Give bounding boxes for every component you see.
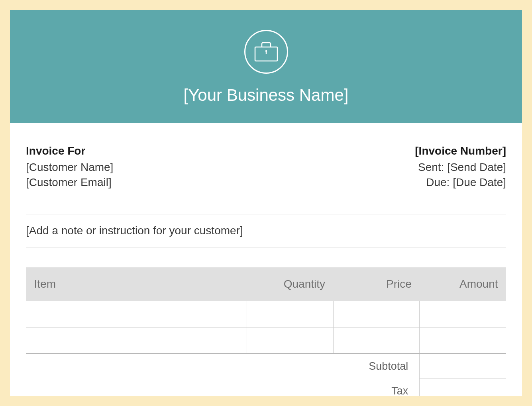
- cell-quantity[interactable]: [247, 327, 333, 353]
- invoice-info-section: Invoice For [Customer Name] [Customer Em…: [10, 123, 522, 200]
- header-price: Price: [333, 267, 420, 301]
- customer-name-field[interactable]: [Customer Name]: [26, 160, 113, 175]
- sent-date-row: Sent: [Send Date]: [415, 160, 506, 175]
- invoice-for-label: Invoice For: [26, 145, 113, 157]
- totals-section: Subtotal Tax: [10, 354, 522, 396]
- note-field[interactable]: [Add a note or instruction for your cust…: [26, 224, 506, 237]
- table-row: [26, 327, 506, 353]
- invoice-header: [Your Business Name]: [10, 10, 522, 123]
- subtotal-value[interactable]: [420, 354, 506, 379]
- due-date-row: Due: [Due Date]: [415, 175, 506, 190]
- cell-quantity[interactable]: [247, 301, 333, 327]
- tax-label: Tax: [26, 379, 420, 396]
- table-header-row: Item Quantity Price Amount: [26, 267, 506, 301]
- customer-info: Invoice For [Customer Name] [Customer Em…: [26, 145, 113, 190]
- svg-point-1: [265, 50, 267, 52]
- business-name[interactable]: [Your Business Name]: [10, 86, 522, 105]
- cell-amount[interactable]: [420, 327, 506, 353]
- header-amount: Amount: [420, 267, 506, 301]
- svg-rect-0: [255, 47, 277, 61]
- note-section: [Add a note or instruction for your cust…: [26, 214, 506, 247]
- briefcase-icon: [254, 41, 279, 62]
- due-date-field[interactable]: [Due Date]: [453, 176, 506, 188]
- customer-email-field[interactable]: [Customer Email]: [26, 175, 113, 190]
- cell-item[interactable]: [26, 301, 247, 327]
- invoice-document: [Your Business Name] Invoice For [Custom…: [10, 10, 522, 396]
- table-row: [26, 301, 506, 327]
- cell-amount[interactable]: [420, 301, 506, 327]
- cell-price[interactable]: [333, 301, 420, 327]
- invoice-number-field[interactable]: [Invoice Number]: [415, 145, 506, 157]
- business-logo-circle: [244, 30, 288, 74]
- header-item: Item: [26, 267, 247, 301]
- line-items-section: Item Quantity Price Amount: [10, 247, 522, 354]
- subtotal-row: Subtotal: [26, 354, 506, 379]
- header-quantity: Quantity: [247, 267, 333, 301]
- line-items-table: Item Quantity Price Amount: [26, 267, 506, 354]
- tax-row: Tax: [26, 379, 506, 396]
- cell-price[interactable]: [333, 327, 420, 353]
- sent-label: Sent:: [418, 161, 444, 173]
- cell-item[interactable]: [26, 327, 247, 353]
- send-date-field[interactable]: [Send Date]: [447, 161, 506, 173]
- tax-value[interactable]: [420, 379, 506, 396]
- due-label: Due:: [426, 176, 450, 188]
- invoice-meta: [Invoice Number] Sent: [Send Date] Due: …: [415, 145, 506, 190]
- subtotal-label: Subtotal: [26, 354, 420, 379]
